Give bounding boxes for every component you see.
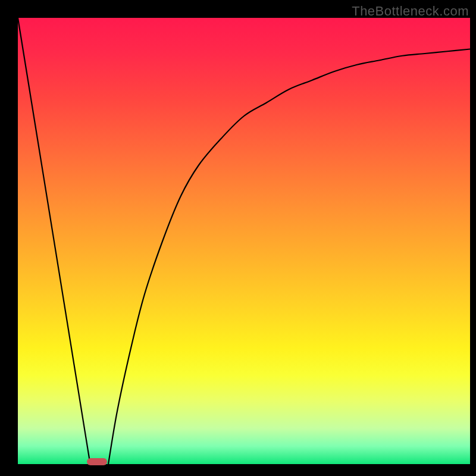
right-curve bbox=[108, 49, 470, 465]
left-line bbox=[18, 18, 90, 464]
chart-frame: TheBottleneck.com bbox=[0, 0, 476, 476]
chart-curves-svg bbox=[0, 0, 476, 476]
optimal-marker bbox=[87, 458, 107, 465]
